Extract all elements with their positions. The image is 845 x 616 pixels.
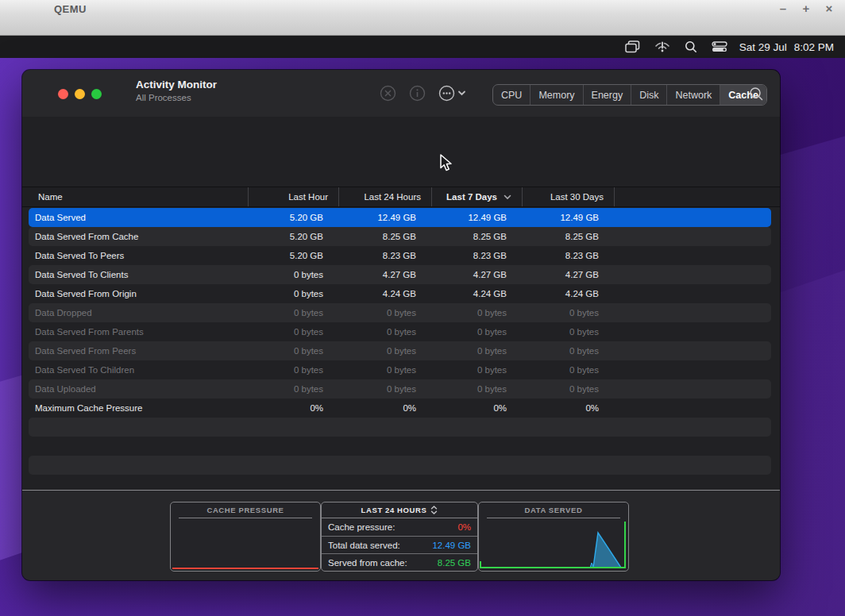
clock-time: 8:02 PM <box>794 41 834 53</box>
row-value: 4.24 GB <box>432 289 523 298</box>
sort-chevron-down-icon <box>504 194 511 200</box>
macos-menubar: Sat 29 Jul 8:02 PM <box>0 36 845 58</box>
tab-disk[interactable]: Disk <box>631 85 667 105</box>
row-value: 0 bytes <box>432 365 523 375</box>
table-body: Data Served5.20 GB12.49 GB12.49 GB12.49 … <box>22 208 780 489</box>
cache-pressure-graph-line <box>172 568 318 569</box>
table-row[interactable]: Data Served To Peers5.20 GB8.23 GB8.23 G… <box>29 246 771 265</box>
more-options-icon[interactable] <box>438 85 467 102</box>
tab-cpu[interactable]: CPU <box>493 85 531 105</box>
wifi-alert-icon[interactable] <box>647 36 677 58</box>
minimize-button[interactable]: – <box>777 2 789 16</box>
row-value: 0 bytes <box>432 308 523 318</box>
row-value: 0 bytes <box>249 327 339 337</box>
row-value: 4.24 GB <box>523 289 615 298</box>
qemu-titlebar: QEMU – + × <box>0 0 845 36</box>
menubar-clock[interactable]: Sat 29 Jul 8:02 PM <box>735 41 834 53</box>
row-value: 12.49 GB <box>523 213 615 222</box>
row-value: 0 bytes <box>432 384 523 394</box>
box-divider <box>179 518 312 518</box>
control-center-icon[interactable] <box>704 36 735 58</box>
column-header-last-30-days[interactable]: Last 30 Days <box>523 187 615 206</box>
row-value: 0 bytes <box>339 308 432 318</box>
column-header-last-24-hours[interactable]: Last 24 Hours <box>339 187 432 206</box>
row-value: 0% <box>432 403 523 413</box>
search-icon[interactable] <box>749 87 764 105</box>
row-name: Data Uploaded <box>29 384 249 394</box>
row-value: 0 bytes <box>249 270 339 279</box>
table-empty-row <box>29 456 771 475</box>
table-row[interactable]: Data Served From Origin0 bytes4.24 GB4.2… <box>29 284 771 303</box>
last-24-hours-label: LAST 24 HOURS <box>361 506 427 514</box>
quit-process-icon[interactable] <box>380 85 396 102</box>
zoom-window-button[interactable] <box>91 89 102 99</box>
info-icon[interactable] <box>409 85 426 102</box>
close-button[interactable]: × <box>823 2 835 16</box>
table-row[interactable]: Data Served To Children0 bytes0 bytes0 b… <box>29 360 771 379</box>
table-row[interactable]: Data Uploaded0 bytes0 bytes0 bytes0 byte… <box>29 379 771 398</box>
row-value: 0% <box>523 403 615 413</box>
maximize-button[interactable]: + <box>800 2 812 16</box>
panel-divider <box>22 490 780 491</box>
row-name: Data Served <box>29 213 249 222</box>
row-value: 0 bytes <box>523 308 615 318</box>
close-window-button[interactable] <box>58 89 68 99</box>
row-value: 0 bytes <box>249 346 339 356</box>
row-name: Data Served To Children <box>29 365 249 375</box>
table-header: Name Last Hour Last 24 Hours Last 7 Days… <box>22 187 780 207</box>
row-name: Maximum Cache Pressure <box>29 403 249 413</box>
row-value: 4.27 GB <box>339 270 432 279</box>
row-value: 8.23 GB <box>432 251 523 260</box>
table-row[interactable]: Maximum Cache Pressure0%0%0%0% <box>29 398 771 418</box>
row-value: 0 bytes <box>523 384 615 394</box>
stat-value: 8.25 GB <box>438 558 471 568</box>
row-value: 12.49 GB <box>432 213 523 222</box>
row-value: 0 bytes <box>339 365 432 375</box>
row-value: 0 bytes <box>523 327 615 337</box>
row-value: 0 bytes <box>523 346 615 356</box>
table-row[interactable]: Data Served5.20 GB12.49 GB12.49 GB12.49 … <box>29 208 771 227</box>
column-header-last-7-days[interactable]: Last 7 Days <box>432 187 523 206</box>
table-row[interactable]: Data Dropped0 bytes0 bytes0 bytes0 bytes <box>29 303 771 322</box>
row-value: 8.25 GB <box>523 232 615 241</box>
cache-pressure-box-title: CACHE PRESSURE <box>171 502 320 518</box>
spotlight-search-icon[interactable] <box>677 36 704 58</box>
data-served-box-title: DATA SERVED <box>479 502 628 518</box>
table-row[interactable]: Data Served From Parents0 bytes0 bytes0 … <box>29 322 771 341</box>
row-value: 8.23 GB <box>523 251 615 260</box>
last-24-hours-box: LAST 24 HOURS Cache pressure: 0% Total d… <box>321 502 478 572</box>
row-name: Data Served To Clients <box>29 270 249 279</box>
table-row[interactable]: Data Served From Peers0 bytes0 bytes0 by… <box>29 341 771 360</box>
row-value: 0 bytes <box>249 308 339 318</box>
row-value: 5.20 GB <box>249 251 339 260</box>
activity-monitor-window: Activity Monitor All Processes <box>22 70 780 580</box>
stat-label: Served from cache: <box>328 558 407 568</box>
table-row[interactable]: Data Served From Cache5.20 GB8.25 GB8.25… <box>29 227 771 246</box>
minimize-window-button[interactable] <box>75 89 85 99</box>
tab-memory[interactable]: Memory <box>531 85 583 105</box>
row-value: 12.49 GB <box>339 213 432 222</box>
up-down-chevron-icon <box>430 506 438 514</box>
mouse-cursor <box>439 154 453 175</box>
column-header-name[interactable]: Name <box>22 187 249 206</box>
stat-row-cache-pressure: Cache pressure: 0% <box>322 518 477 536</box>
column-header-last-hour[interactable]: Last Hour <box>249 187 339 206</box>
tab-network[interactable]: Network <box>667 85 720 105</box>
table-row[interactable]: Data Served To Clients0 bytes4.27 GB4.27… <box>29 265 771 284</box>
row-value: 5.20 GB <box>249 213 339 222</box>
table-empty-row <box>29 418 771 437</box>
stat-value: 12.49 GB <box>432 541 471 550</box>
last-24-hours-box-title[interactable]: LAST 24 HOURS <box>322 502 477 518</box>
qemu-window-title: QEMU <box>54 3 87 15</box>
row-name: Data Served From Cache <box>29 232 249 241</box>
cache-pressure-box: CACHE PRESSURE <box>170 502 321 572</box>
stacked-windows-icon[interactable] <box>618 36 647 58</box>
data-served-box: DATA SERVED <box>478 502 629 572</box>
row-value: 4.27 GB <box>432 270 523 279</box>
row-name: Data Served From Peers <box>29 346 249 356</box>
stat-value: 0% <box>457 522 471 532</box>
table-empty-row <box>29 437 771 456</box>
row-value: 0% <box>249 403 339 413</box>
tab-energy[interactable]: Energy <box>584 85 632 105</box>
stat-row-served-from-cache: Served from cache: 8.25 GB <box>322 553 477 572</box>
